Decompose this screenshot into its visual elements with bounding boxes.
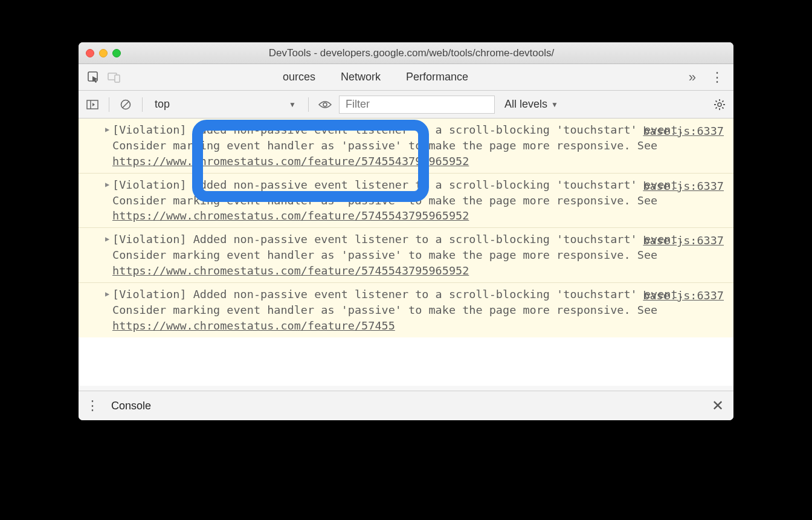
inspect-icon[interactable] <box>83 67 104 88</box>
svg-point-7 <box>323 103 327 106</box>
clear-console-icon[interactable] <box>115 94 136 115</box>
message-link[interactable]: https://www.chromestatus.com/feature/574… <box>112 155 469 167</box>
message-source-link[interactable]: base.js:6337 <box>643 178 724 194</box>
expand-arrow-icon[interactable]: ▶ <box>105 234 109 244</box>
tab-network[interactable]: Network <box>340 65 382 89</box>
divider <box>142 97 143 112</box>
chevron-down-icon: ▼ <box>289 100 296 109</box>
message-link[interactable]: https://www.chromestatus.com/feature/574… <box>112 264 469 277</box>
tabs-overflow-icon[interactable]: » <box>680 70 704 85</box>
svg-point-8 <box>718 103 721 106</box>
message-text: [Violation] Added non-passive event list… <box>112 287 724 334</box>
filter-input[interactable] <box>339 96 495 114</box>
tab-sources[interactable]: ources <box>282 65 317 89</box>
console-settings-icon[interactable] <box>709 94 730 115</box>
message-text: [Violation] Added non-passive event list… <box>112 177 724 224</box>
window-title: DevTools - developers.google.com/web/too… <box>97 47 726 59</box>
drawer: ⋮ Console ✕ <box>79 391 733 420</box>
message-source-link[interactable]: base.js:6337 <box>643 288 724 304</box>
message-link[interactable]: https://www.chromestatus.com/feature/574… <box>112 319 395 332</box>
main-menu-icon[interactable]: ⋮ <box>704 70 729 85</box>
console-message: ▶ base.js:6337 [Violation] Added non-pas… <box>79 228 733 283</box>
message-text: [Violation] Added non-passive event list… <box>112 232 724 279</box>
context-selector-value: top <box>155 98 170 111</box>
svg-rect-2 <box>115 75 120 82</box>
toggle-sidebar-icon[interactable] <box>82 94 103 115</box>
live-expression-icon[interactable] <box>315 94 335 115</box>
divider <box>109 97 109 112</box>
console-toolbar: top ▼ All levels ▼ <box>79 91 733 119</box>
titlebar: DevTools - developers.google.com/web/too… <box>79 42 733 64</box>
expand-arrow-icon[interactable]: ▶ <box>105 289 109 299</box>
device-toggle-icon[interactable] <box>104 67 124 88</box>
message-link[interactable]: https://www.chromestatus.com/feature/574… <box>112 209 469 222</box>
close-window-button[interactable] <box>86 49 94 57</box>
console-messages: ▶ base.js:6337 [Violation] Added non-pas… <box>79 119 733 386</box>
message-text: [Violation] Added non-passive event list… <box>112 122 724 169</box>
panel-tabs: ources Network Performance » ⋮ <box>79 64 733 91</box>
console-message: ▶ base.js:6337 [Violation] Added non-pas… <box>79 174 733 229</box>
divider <box>308 97 309 112</box>
tab-performance[interactable]: Performance <box>405 65 469 89</box>
log-levels-label: All levels <box>504 98 547 111</box>
message-source-link[interactable]: base.js:6337 <box>643 123 724 139</box>
context-selector[interactable]: top ▼ <box>149 96 302 113</box>
message-source-link[interactable]: base.js:6337 <box>643 233 724 249</box>
expand-arrow-icon[interactable]: ▶ <box>105 180 109 190</box>
svg-line-6 <box>123 102 129 108</box>
devtools-window: DevTools - developers.google.com/web/too… <box>79 42 733 420</box>
chevron-down-icon: ▼ <box>551 100 558 109</box>
console-message: ▶ base.js:6337 [Violation] Added non-pas… <box>79 283 733 337</box>
expand-arrow-icon[interactable]: ▶ <box>105 125 109 135</box>
console-message: ▶ base.js:6337 [Violation] Added non-pas… <box>79 119 733 174</box>
drawer-tab-console[interactable]: Console <box>109 393 153 419</box>
drawer-menu-icon[interactable]: ⋮ <box>83 398 100 414</box>
log-levels-selector[interactable]: All levels ▼ <box>504 98 558 111</box>
close-drawer-icon[interactable]: ✕ <box>712 397 724 414</box>
